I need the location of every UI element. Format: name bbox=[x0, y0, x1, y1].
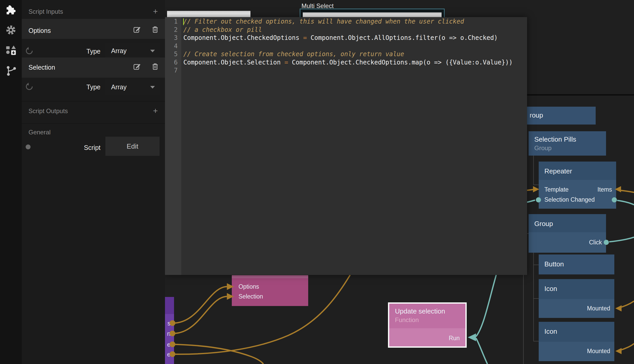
node-title: roup bbox=[527, 107, 596, 119]
type-select-options[interactable]: Array bbox=[105, 43, 160, 59]
node-icon-2[interactable]: Icon Mounted bbox=[539, 322, 614, 361]
node-header bbox=[165, 297, 174, 314]
section-script-inputs: Script Inputs bbox=[28, 8, 63, 15]
port-options[interactable]: Options bbox=[239, 283, 259, 290]
section-divider bbox=[22, 123, 165, 124]
add-input-button[interactable]: + bbox=[150, 7, 161, 16]
node-update-selection[interactable]: Update selection Function Run bbox=[388, 302, 467, 348]
port-mounted[interactable]: Mounted bbox=[587, 305, 610, 312]
port-label-fragment: e bbox=[165, 351, 170, 358]
node-selection-pills[interactable]: Selection Pills Group bbox=[529, 131, 606, 156]
node-top-highlight bbox=[232, 275, 308, 278]
node-subtitle: Function bbox=[395, 316, 465, 324]
section-script-outputs: Script Outputs bbox=[28, 107, 68, 115]
node-button[interactable]: Button bbox=[539, 254, 614, 274]
tool-sidebar bbox=[0, 0, 22, 364]
chevron-down-icon bbox=[150, 86, 155, 89]
settings-gear-icon[interactable] bbox=[5, 24, 17, 36]
type-label: Type bbox=[84, 48, 100, 55]
code-line[interactable]: 3Component.Object.CheckedOptions = Compo… bbox=[165, 34, 527, 42]
code-lines[interactable]: 1// Filter out checked options, this wil… bbox=[165, 18, 527, 75]
node-group-clipped[interactable]: roup bbox=[527, 107, 596, 125]
delete-input-icon[interactable] bbox=[151, 63, 159, 70]
input-name-options: Options bbox=[28, 27, 51, 34]
port-selection-changed[interactable]: Selection Changed bbox=[544, 196, 595, 203]
type-select-value: Array bbox=[111, 79, 127, 95]
delete-input-icon[interactable] bbox=[151, 26, 159, 33]
node-title: Repeater bbox=[544, 167, 616, 175]
section-general: General bbox=[28, 129, 51, 136]
port-label-fragment: s bbox=[165, 320, 170, 327]
node-icon-1[interactable]: Icon Mounted bbox=[539, 279, 614, 318]
add-output-button[interactable]: + bbox=[150, 106, 161, 116]
code-line[interactable]: 6Component.Object.Selection = Component.… bbox=[165, 59, 527, 67]
edit-script-button[interactable]: Edit bbox=[105, 137, 160, 156]
node-title: Update selection bbox=[395, 307, 465, 315]
node-repeater[interactable]: Repeater Template Items Selection Change… bbox=[539, 162, 616, 209]
components-puzzle-icon[interactable] bbox=[5, 4, 17, 16]
reset-type-icon[interactable] bbox=[25, 82, 33, 91]
node-title: Group bbox=[534, 220, 606, 228]
node-subtitle: Group bbox=[534, 144, 606, 152]
port-template[interactable]: Template bbox=[544, 186, 568, 193]
properties-panel: Script Inputs + Options Type Array Selec… bbox=[22, 0, 165, 364]
chevron-down-icon bbox=[150, 50, 155, 52]
rename-input-icon[interactable] bbox=[133, 63, 141, 70]
section-divider bbox=[22, 101, 165, 101]
text-cursor bbox=[183, 18, 184, 25]
code-line[interactable]: 7 bbox=[165, 67, 527, 75]
node-title: Button bbox=[539, 254, 614, 268]
version-control-branch-icon[interactable] bbox=[5, 65, 17, 76]
port-click[interactable]: Click bbox=[589, 239, 602, 246]
type-select-selection[interactable]: Array bbox=[105, 79, 160, 95]
node-group[interactable]: Group Click bbox=[529, 214, 606, 253]
script-code-editor[interactable]: 1// Filter out checked options, this wil… bbox=[165, 17, 527, 275]
port-label-fragment: n bbox=[165, 330, 170, 337]
type-select-value: Array bbox=[111, 43, 127, 59]
code-line[interactable]: 4 bbox=[165, 42, 527, 50]
port-items[interactable]: Items bbox=[597, 186, 612, 193]
canvas-section-divider bbox=[527, 94, 634, 96]
port-label-fragment: e bbox=[165, 341, 170, 348]
port-selection[interactable]: Selection bbox=[239, 293, 263, 300]
rename-input-icon[interactable] bbox=[133, 26, 141, 33]
script-port-dot bbox=[26, 144, 31, 149]
script-label: Script bbox=[84, 144, 100, 151]
node-title: Icon bbox=[544, 285, 614, 293]
port-run[interactable]: Run bbox=[449, 335, 460, 342]
app-window: roup Selection Pills Group Repeater Temp… bbox=[0, 0, 634, 364]
code-line[interactable]: 5// Create selection from checked option… bbox=[165, 50, 527, 59]
port-mounted[interactable]: Mounted bbox=[587, 348, 610, 355]
reset-type-icon[interactable] bbox=[25, 47, 33, 55]
input-name-selection: Selection bbox=[28, 64, 55, 71]
preview-input-bar bbox=[167, 11, 250, 18]
node-title: Selection Pills bbox=[534, 135, 606, 143]
node-library-icon[interactable] bbox=[5, 45, 17, 56]
node-component-object[interactable]: Options Selection bbox=[232, 275, 308, 306]
node-title: Icon bbox=[544, 327, 614, 336]
type-label: Type bbox=[84, 83, 100, 91]
code-line[interactable]: 2// a checkbox or pill bbox=[165, 26, 527, 34]
code-line[interactable]: 1// Filter out checked options, this wil… bbox=[165, 18, 527, 26]
